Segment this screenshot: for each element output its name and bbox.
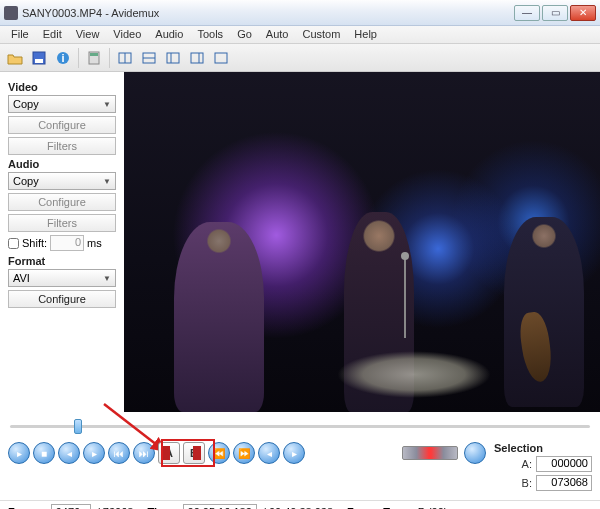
menu-video[interactable]: Video <box>106 26 148 43</box>
cymbals <box>324 347 504 402</box>
divider <box>78 48 79 68</box>
goto-start-button[interactable]: ⏪ <box>208 442 230 464</box>
svg-rect-10 <box>167 53 179 63</box>
svg-text:i: i <box>61 52 64 64</box>
format-select[interactable]: AVI▼ <box>8 269 116 287</box>
video-preview <box>124 72 600 412</box>
menu-bar: File Edit View Video Audio Tools Go Auto… <box>0 26 600 44</box>
minimize-button[interactable]: — <box>514 5 540 21</box>
prev-keyframe-button[interactable]: ⏮ <box>108 442 130 464</box>
slider-thumb[interactable] <box>74 419 82 434</box>
format-value: AVI <box>13 272 30 284</box>
audio-section-label: Audio <box>8 158 116 170</box>
marker-a-label: A <box>165 447 173 459</box>
sel-a-value[interactable]: 000000 <box>536 456 592 472</box>
divider <box>109 48 110 68</box>
shift-label: Shift: <box>22 237 47 249</box>
audio-codec-select[interactable]: Copy▼ <box>8 172 116 190</box>
audio-filters-button[interactable]: Filters <box>8 214 116 232</box>
layout3-icon[interactable] <box>162 47 184 69</box>
calculator-icon[interactable] <box>83 47 105 69</box>
prev-frame-button[interactable]: ◂ <box>58 442 80 464</box>
marker-b-label: B <box>190 447 198 459</box>
play-button[interactable]: ▸ <box>8 442 30 464</box>
time-label: Time: <box>147 506 176 510</box>
svg-rect-5 <box>90 53 98 56</box>
layout4-icon[interactable] <box>186 47 208 69</box>
video-section-label: Video <box>8 81 116 93</box>
window-buttons: — ▭ ✕ <box>514 5 596 21</box>
save-icon[interactable] <box>28 47 50 69</box>
goto-marker-a-button[interactable]: ◂ <box>258 442 280 464</box>
sel-b-value[interactable]: 073068 <box>536 475 592 491</box>
format-configure-button[interactable]: Configure <box>8 290 116 308</box>
svg-rect-14 <box>215 53 227 63</box>
format-section-label: Format <box>8 255 116 267</box>
app-icon <box>4 6 18 20</box>
video-frame <box>124 72 600 412</box>
frame-total: / 73068 <box>97 506 134 510</box>
svg-rect-12 <box>191 53 203 63</box>
video-codec-select[interactable]: Copy▼ <box>8 95 116 113</box>
set-marker-b-button[interactable]: B <box>183 442 205 464</box>
audio-configure-button[interactable]: Configure <box>8 193 116 211</box>
frame-value[interactable]: 9476 <box>51 504 91 510</box>
info-icon[interactable]: i <box>52 47 74 69</box>
toolbar: i <box>0 44 600 72</box>
timeline-slider[interactable] <box>0 412 600 440</box>
layout2-icon[interactable] <box>138 47 160 69</box>
jog-area <box>402 442 486 494</box>
menu-go[interactable]: Go <box>230 26 259 43</box>
window-title: SANY0003.MP4 - Avidemux <box>22 7 514 19</box>
close-button[interactable]: ✕ <box>570 5 596 21</box>
goto-end-button[interactable]: ⏩ <box>233 442 255 464</box>
menu-view[interactable]: View <box>69 26 107 43</box>
menu-auto[interactable]: Auto <box>259 26 296 43</box>
transport-controls: ▸ ■ ◂ ▸ ⏮ ⏭ A B ⏪ ⏩ ◂ ▸ <box>8 442 402 494</box>
frametype-label: Frame Type: <box>347 506 412 510</box>
maximize-button[interactable]: ▭ <box>542 5 568 21</box>
frametype-value: P (00) <box>418 506 448 510</box>
bottom-controls: ▸ ■ ◂ ▸ ⏮ ⏭ A B ⏪ ⏩ ◂ ▸ Selection A:0000… <box>0 440 600 496</box>
shift-unit: ms <box>87 237 102 249</box>
time-total: / 00:40:38.038 <box>263 506 333 510</box>
menu-file[interactable]: File <box>4 26 36 43</box>
menu-help[interactable]: Help <box>347 26 384 43</box>
figure <box>174 222 264 412</box>
mic-stand <box>404 258 406 338</box>
menu-tools[interactable]: Tools <box>190 26 230 43</box>
shift-input[interactable]: 0 <box>50 235 84 251</box>
video-configure-button[interactable]: Configure <box>8 116 116 134</box>
side-panel: Video Copy▼ Configure Filters Audio Copy… <box>0 72 124 412</box>
chevron-down-icon: ▼ <box>103 177 111 186</box>
shift-checkbox[interactable] <box>8 238 19 249</box>
next-frame-button[interactable]: ▸ <box>83 442 105 464</box>
vu-meter <box>402 446 458 460</box>
video-filters-button[interactable]: Filters <box>8 137 116 155</box>
slider-track[interactable] <box>10 425 590 428</box>
chevron-down-icon: ▼ <box>103 274 111 283</box>
next-keyframe-button[interactable]: ⏭ <box>133 442 155 464</box>
set-marker-a-button[interactable]: A <box>158 442 180 464</box>
goto-marker-b-button[interactable]: ▸ <box>283 442 305 464</box>
stop-button[interactable]: ■ <box>33 442 55 464</box>
layout1-icon[interactable] <box>114 47 136 69</box>
menu-edit[interactable]: Edit <box>36 26 69 43</box>
layout5-icon[interactable] <box>210 47 232 69</box>
menu-custom[interactable]: Custom <box>295 26 347 43</box>
frame-label: Frame: <box>8 506 45 510</box>
time-value[interactable]: 00:05:16.182 <box>183 504 257 510</box>
svg-rect-1 <box>35 59 43 63</box>
main-area: Video Copy▼ Configure Filters Audio Copy… <box>0 72 600 412</box>
menu-audio[interactable]: Audio <box>148 26 190 43</box>
video-codec-value: Copy <box>13 98 39 110</box>
sel-a-label: A: <box>522 458 532 470</box>
selection-label: Selection <box>494 442 592 454</box>
jog-dial[interactable] <box>464 442 486 464</box>
title-bar: SANY0003.MP4 - Avidemux — ▭ ✕ <box>0 0 600 26</box>
shift-row: Shift: 0 ms <box>8 235 116 251</box>
open-icon[interactable] <box>4 47 26 69</box>
status-bar: Frame: 9476 / 73068 Time: 00:05:16.182 /… <box>0 500 600 509</box>
selection-panel: Selection A:000000 B:073068 <box>494 442 592 494</box>
audio-codec-value: Copy <box>13 175 39 187</box>
